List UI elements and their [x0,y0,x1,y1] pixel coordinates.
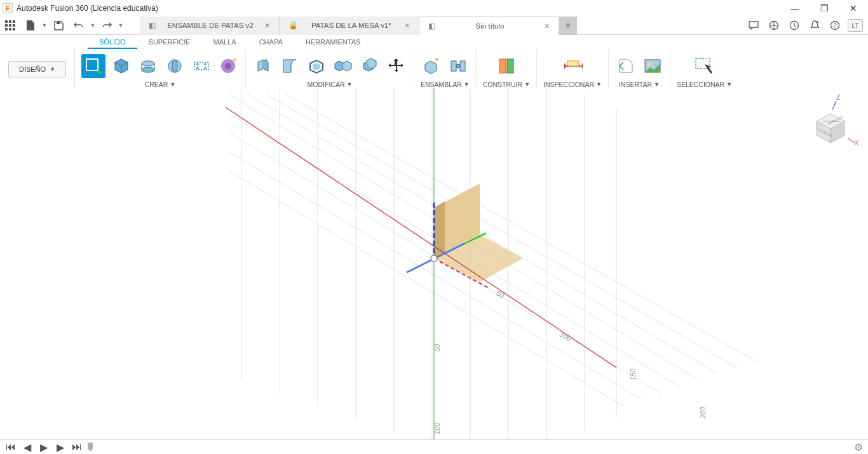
ruler-y-100: 100 [433,422,441,434]
svg-point-24 [204,67,207,69]
svg-rect-4 [9,24,11,27]
workspace-label: DISEÑO [19,65,46,73]
tab-label: Sin título [440,22,539,30]
minimize-button[interactable]: — [780,0,810,17]
move-button[interactable] [386,55,407,77]
jobs-button[interactable] [784,17,804,34]
tab-label: PATAS DE LA MESA v1* [303,22,400,29]
new-component-button[interactable] [421,55,442,77]
tab-ensamble[interactable]: ◧ ENSAMBLE DE PATAS v2 × [140,17,280,35]
data-panel-button[interactable] [0,17,20,34]
generative-icon [219,57,238,76]
align-button[interactable] [359,55,381,77]
timeline-next-button[interactable]: ▶ [55,441,66,453]
joint-button[interactable] [447,55,469,77]
close-icon[interactable]: × [545,21,550,31]
app-title: Autodesk Fusion 360 (Licencia educativa) [17,4,158,13]
help-button[interactable]: ? [825,17,845,34]
svg-point-23 [196,67,199,69]
timeline-play-button[interactable]: ▶ [38,441,50,453]
comments-button[interactable] [743,17,764,34]
extensions-button[interactable] [764,17,784,34]
user-avatar[interactable]: LT [848,19,863,32]
viewport-svg: 50 100 150 200 50 100 [0,88,868,439]
combine-button[interactable] [332,55,354,77]
chevron-down-icon: ▼ [596,81,602,88]
svg-rect-20 [194,62,208,70]
shell-button[interactable] [306,55,327,77]
insert-derive-button[interactable] [615,55,637,77]
save-icon [54,21,64,30]
redo-button[interactable] [97,17,117,34]
notifications-button[interactable] [804,17,825,34]
timeline-start-button[interactable]: ⏮ [5,441,17,453]
view-cube[interactable]: Z X SUPERIOR FRONTAL DERECHA [802,92,859,149]
globe-icon [769,20,779,30]
new-tab-button[interactable]: + [559,17,577,35]
svg-line-42 [267,95,737,368]
align-icon [361,57,379,75]
timeline-prev-button[interactable]: ◀ [22,441,33,453]
revolve-icon [166,57,184,75]
undo-dropdown[interactable]: ▼ [89,22,97,29]
chevron-down-icon: ▼ [654,81,660,88]
insert-decal-button[interactable] [642,55,663,77]
maximize-button[interactable]: ❐ [810,0,839,17]
close-button[interactable]: ✕ [839,0,868,17]
ribbon-tab-chapa[interactable]: CHAPA [248,35,294,49]
bell-icon [810,20,820,30]
viewport[interactable]: 50 100 150 200 50 100 [0,88,868,439]
timeline-marker[interactable] [88,443,93,451]
quick-access-toolbar: ▼ ▼ ▼ ◧ ENSAMBLE DE PATAS v2 × 🔒 PATAS D… [0,17,868,35]
ribbon-tab-superficie[interactable]: SUPERFICIE [137,35,202,49]
close-icon[interactable]: × [405,20,410,30]
workspace-button[interactable]: DISEÑO ▼ [8,61,66,77]
ribbon-group-construir: CONSTRUIR▼ [477,49,537,90]
svg-rect-1 [9,20,11,23]
sketch-button[interactable] [81,54,105,78]
hole-icon [193,57,210,75]
file-dropdown[interactable]: ▼ [41,22,48,29]
select-button[interactable] [694,55,715,77]
close-icon[interactable]: × [265,20,270,30]
construct-button[interactable] [496,55,517,77]
hole-button[interactable] [191,55,212,77]
svg-point-17 [142,61,154,66]
tab-untitled[interactable]: ◧ Sin título × [419,17,559,35]
ribbon-tab-malla[interactable]: MALLA [202,35,248,49]
document-icon: ◧ [149,21,156,30]
timeline-settings-button[interactable]: ⚙ [854,441,863,453]
press-pull-button[interactable] [252,55,274,77]
undo-button[interactable] [69,17,89,34]
comment-icon [749,21,759,30]
svg-rect-9 [57,22,60,24]
svg-line-40 [229,171,623,406]
fillet-button[interactable] [279,55,301,77]
file-button[interactable] [20,17,41,34]
svg-rect-32 [567,61,579,66]
svg-rect-6 [5,28,8,30]
extrude-button[interactable] [137,55,159,77]
svg-rect-8 [13,28,15,30]
ribbon-group-modificar: MODIFICAR▼ [246,49,414,90]
ribbon-group-inspeccionar: INSPECCIONAR▼ [537,49,609,90]
create-more-button[interactable] [217,55,239,77]
lock-icon: 🔒 [288,21,298,30]
workspace-chooser: DISEÑO ▼ [0,49,75,90]
create-form-button[interactable] [111,55,132,77]
ribbon-group-ensamblar: ENSAMBLAR▼ [414,49,477,90]
redo-dropdown[interactable]: ▼ [117,22,125,29]
clock-icon [789,20,799,30]
ribbon-tab-herramientas[interactable]: HERRAMIENTAS [294,35,372,49]
save-button[interactable] [48,17,69,34]
svg-point-19 [172,60,177,72]
timeline-end-button[interactable]: ⏭ [71,441,83,453]
revolve-button[interactable] [164,55,186,77]
svg-line-65 [848,138,854,143]
help-icon: ? [830,20,840,30]
measure-button[interactable] [562,55,583,77]
shell-icon [308,57,325,75]
ribbon-tab-solido[interactable]: SÓLIDO [88,35,137,49]
tab-patas[interactable]: 🔒 PATAS DE LA MESA v1* × [280,17,419,35]
tab-label: ENSAMBLE DE PATAS v2 [161,22,260,29]
